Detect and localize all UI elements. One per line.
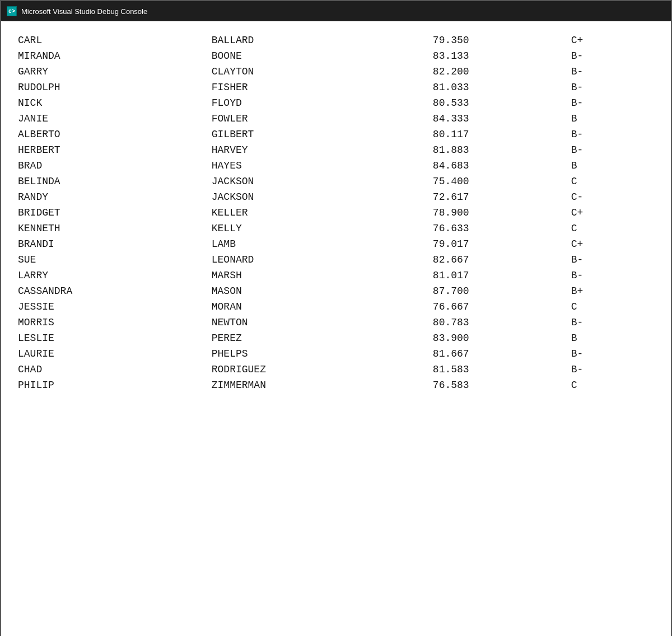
student-score: 79.350 [433,32,571,48]
student-first-name: JESSIE [18,299,212,315]
student-grade: B [571,158,654,174]
student-last-name: MARSH [212,268,433,283]
student-score: 78.900 [433,205,571,221]
student-last-name: FOWLER [212,111,433,127]
student-first-name: GARRY [18,64,212,80]
table-row: RUDOLPHFISHER81.033B- [18,80,654,95]
student-score: 81.017 [433,268,571,283]
window-title: Microsoft Visual Studio Debug Console [21,7,147,16]
student-score: 76.633 [433,221,571,236]
student-grade: B- [571,80,654,95]
student-first-name: LAURIE [18,346,212,362]
student-score: 76.583 [433,377,571,393]
student-first-name: BRAD [18,158,212,174]
student-last-name: PEREZ [212,330,433,346]
student-last-name: JACKSON [212,174,433,189]
student-last-name: LEONARD [212,252,433,268]
student-score: 76.667 [433,299,571,315]
student-first-name: LESLIE [18,330,212,346]
title-bar: c> Microsoft Visual Studio Debug Console [1,1,671,21]
student-score: 84.333 [433,111,571,127]
console-window: c> Microsoft Visual Studio Debug Console… [0,0,672,636]
student-score: 80.783 [433,315,571,330]
table-row: BRIDGETKELLER78.900C+ [18,205,654,221]
student-last-name: PHELPS [212,346,433,362]
student-grade: B- [571,95,654,111]
student-last-name: LAMB [212,236,433,252]
student-score: 81.883 [433,142,571,158]
student-last-name: BOONE [212,48,433,64]
student-last-name: KELLY [212,221,433,236]
student-grade: B- [571,268,654,283]
student-score: 75.400 [433,174,571,189]
console-body: CARLBALLARD79.350C+MIRANDABOONE83.133B-G… [1,21,671,636]
student-last-name: KELLER [212,205,433,221]
student-grade: B- [571,64,654,80]
student-grade: B+ [571,283,654,299]
student-score: 79.017 [433,236,571,252]
student-first-name: BELINDA [18,174,212,189]
student-first-name: LARRY [18,268,212,283]
student-grade: B- [571,142,654,158]
console-icon: c> [7,6,17,16]
student-grade: B [571,111,654,127]
student-score: 84.683 [433,158,571,174]
student-last-name: FISHER [212,80,433,95]
student-grade: B [571,330,654,346]
student-last-name: CLAYTON [212,64,433,80]
student-first-name: CASSANDRA [18,283,212,299]
student-first-name: SUE [18,252,212,268]
table-row: PHILIPZIMMERMAN76.583C [18,377,654,393]
student-last-name: GILBERT [212,127,433,142]
student-grade: B- [571,315,654,330]
student-last-name: NEWTON [212,315,433,330]
student-last-name: JACKSON [212,189,433,205]
student-grade: C [571,221,654,236]
table-row: LESLIEPEREZ83.900B [18,330,654,346]
student-first-name: HERBERT [18,142,212,158]
student-grade: C+ [571,32,654,48]
student-grade: C [571,377,654,393]
student-grade: B- [571,362,654,377]
student-score: 83.900 [433,330,571,346]
student-first-name: CHAD [18,362,212,377]
student-grade: C [571,174,654,189]
student-first-name: MIRANDA [18,48,212,64]
student-grade: C+ [571,236,654,252]
table-row: BRADHAYES84.683B [18,158,654,174]
table-row: BELINDAJACKSON75.400C [18,174,654,189]
student-first-name: KENNETH [18,221,212,236]
table-row: RANDYJACKSON72.617C- [18,189,654,205]
table-row: BRANDILAMB79.017C+ [18,236,654,252]
student-last-name: BALLARD [212,32,433,48]
student-score: 80.533 [433,95,571,111]
student-score: 82.200 [433,64,571,80]
student-last-name: FLOYD [212,95,433,111]
table-row: CARLBALLARD79.350C+ [18,32,654,48]
student-score: 72.617 [433,189,571,205]
student-first-name: BRIDGET [18,205,212,221]
student-first-name: ALBERTO [18,127,212,142]
student-grade: C+ [571,205,654,221]
table-row: NICKFLOYD80.533B- [18,95,654,111]
table-row: LAURIEPHELPS81.667B- [18,346,654,362]
table-row: KENNETHKELLY76.633C [18,221,654,236]
student-grade: B- [571,346,654,362]
table-row: GARRYCLAYTON82.200B- [18,64,654,80]
student-first-name: NICK [18,95,212,111]
student-score: 80.117 [433,127,571,142]
table-row: ALBERTOGILBERT80.117B- [18,127,654,142]
student-grade: B- [571,252,654,268]
table-row: SUELEONARD82.667B- [18,252,654,268]
student-first-name: BRANDI [18,236,212,252]
table-row: JESSIEMORAN76.667C [18,299,654,315]
student-first-name: RANDY [18,189,212,205]
student-first-name: CARL [18,32,212,48]
student-score: 87.700 [433,283,571,299]
student-first-name: RUDOLPH [18,80,212,95]
student-first-name: MORRIS [18,315,212,330]
student-grade: C- [571,189,654,205]
student-score: 81.033 [433,80,571,95]
table-row: MIRANDABOONE83.133B- [18,48,654,64]
student-score: 81.667 [433,346,571,362]
